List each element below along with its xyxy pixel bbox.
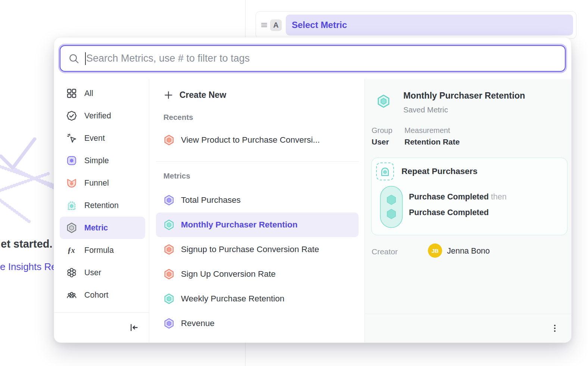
metric-item-revenue[interactable]: Revenue [149,311,365,336]
sidebar-item-label: Cohort [84,291,109,300]
plus-icon [163,90,173,100]
step-1: Purchase Completed then [409,192,507,202]
event-sequence-capsule [380,186,403,228]
simple-icon [66,155,77,166]
retention-icon [66,200,77,211]
hexagon-purple-icon [163,195,175,206]
creator-name: Jenna Bono [447,246,490,256]
sidebar-item-user[interactable]: User [60,261,145,284]
recents-section-label: Recents [163,113,365,123]
creator-avatar: JB [428,244,442,258]
search-input[interactable] [86,53,557,64]
user-icon [66,267,77,278]
recent-item-view-product-to-purchase-conversi[interactable]: View Product to Purchase Conversi... [149,128,365,152]
more-options-button[interactable] [550,324,559,333]
sidebar-item-label: Metric [84,223,108,233]
metric-detail-panel: Monthly Purchaser Retention Saved Metric… [365,79,571,342]
metrics-section-label: Metrics [163,171,365,182]
measurement-value: Retention Rate [404,137,460,146]
step-connector: then [491,192,507,201]
retention-step-icon-frame [376,162,394,180]
text-caret [85,52,86,65]
definition-card-title: Repeat Purchasers [401,167,478,176]
insights-report-link[interactable]: e Insights Re [0,261,57,273]
hexagon-teal-icon [163,219,175,230]
sidebar-item-all[interactable]: All [60,82,145,105]
step-2: Purchase Completed [409,208,489,217]
sidebar-item-simple[interactable]: Simple [60,149,145,172]
metric-row-card: A Select Metric [256,11,576,39]
metric-item-total-purchases[interactable]: Total Purchases [149,188,365,213]
cohort-icon [66,289,77,301]
metric-icon [66,222,77,233]
sidebar-item-label: Verified [84,111,111,121]
verified-icon [66,110,77,121]
metric-item-signup-to-purchase-conversion-rate[interactable]: Signup to Purchase Conversion Rate [149,237,365,262]
metric-picker-modal: AllVerifiedEventSimpleFunnelRetentionMet… [54,37,571,342]
step-1-event: Purchase Completed [409,192,489,201]
measurement-label: Measurement [404,126,450,135]
sidebar-item-verified[interactable]: Verified [60,105,145,127]
hexagon-teal-icon [163,293,175,304]
row-label: View Product to Purchase Conversi... [181,135,320,145]
sidebar-item-label: Formula [84,246,114,255]
sidebar-item-label: Retention [84,201,119,210]
search-field[interactable] [60,45,566,72]
formula-icon [66,245,77,256]
sidebar-item-label: All [84,89,93,98]
sidebar-item-label: Simple [84,156,109,165]
create-new-label: Create New [179,90,226,100]
row-label: Total Purchases [181,195,241,205]
results-column: Create New Recents View Product to Purch… [149,79,365,342]
group-label: Group [372,126,392,135]
search-icon [68,53,79,64]
detail-footer [365,314,571,342]
sidebar-item-funnel[interactable]: Funnel [60,172,145,194]
row-label: Monthly Purchaser Retention [181,220,298,230]
metric-item-weekly-purchase-retention[interactable]: Weekly Purchase Retention [149,286,365,311]
sidebar-item-formula[interactable]: Formula [60,239,145,261]
metrics-list: Total PurchasesMonthly Purchaser Retenti… [149,188,365,336]
sidebar-item-label: Funnel [84,179,109,188]
hexagon-orange-icon [163,269,175,280]
row-label: Weekly Purchase Retention [181,294,284,304]
section-divider [156,161,359,162]
event-icon [66,133,77,144]
grid-icon [66,88,77,99]
sidebar-item-event[interactable]: Event [60,127,145,149]
row-label: Sign Up Conversion Rate [181,269,276,279]
metric-definition-card: Repeat Purchasers Purchase Completed the… [371,158,567,235]
row-label: Revenue [181,319,215,328]
hexagon-orange-icon [163,134,175,146]
recents-list: View Product to Purchase Conversi... [149,128,365,152]
metric-letter-badge: A [270,19,282,31]
metric-item-sign-up-conversion-rate[interactable]: Sign Up Conversion Rate [149,262,365,286]
sidebar-item-label: Event [84,134,105,143]
select-metric-button[interactable]: Select Metric [286,15,573,35]
metric-item-monthly-purchaser-retention[interactable]: Monthly Purchaser Retention [156,213,359,237]
detail-title: Monthly Purchaser Retention [403,91,525,101]
retention-arch-icon [379,166,391,177]
collapse-sidebar-button[interactable] [129,322,139,333]
row-label: Signup to Purchase Conversion Rate [181,245,319,254]
drag-handle-icon[interactable] [260,21,269,30]
sidebar-item-retention[interactable]: Retention [60,194,145,217]
hexagon-purple-icon [163,318,175,329]
detail-subtitle: Saved Metric [403,105,448,114]
creator-label: Creator [372,247,398,256]
group-value: User [372,137,389,146]
metric-hexagon-icon [376,94,391,108]
funnel-icon [66,177,77,189]
hexagon-orange-icon [163,244,175,255]
get-started-text: et started. [1,238,53,250]
sidebar-item-cohort[interactable]: Cohort [60,284,145,306]
sidebar-item-metric[interactable]: Metric [60,217,145,239]
sidebar-item-label: User [84,268,101,277]
category-sidebar: AllVerifiedEventSimpleFunnelRetentionMet… [54,79,149,342]
sidebar-footer [54,312,149,342]
create-new-button[interactable]: Create New [149,84,365,106]
category-list: AllVerifiedEventSimpleFunnelRetentionMet… [54,79,149,306]
